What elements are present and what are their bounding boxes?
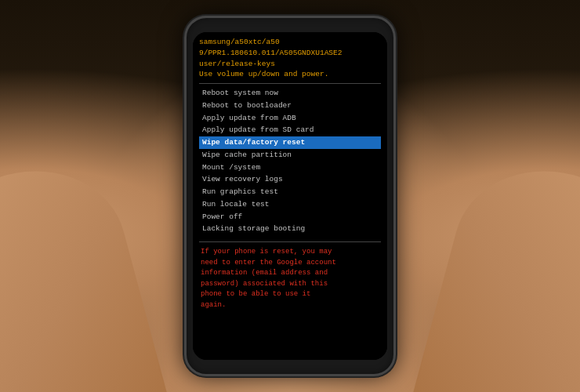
menu-item-2[interactable]: Apply update from ADB — [199, 112, 381, 125]
menu-item-5[interactable]: Wipe cache partition — [199, 149, 381, 162]
menu-item-10[interactable]: Power off — [199, 211, 381, 223]
power-button[interactable] — [394, 96, 396, 128]
menu-item-7[interactable]: View recovery logs — [199, 173, 381, 186]
warning-text: If your phone is reset, you may need to … — [199, 247, 381, 310]
volume-down-button[interactable] — [184, 108, 186, 128]
header-line3: user/release-keys — [199, 59, 381, 70]
recovery-content: samsung/a50xtc/a50 9/PPR1.180610.011/A50… — [193, 32, 387, 360]
menu-list: Reboot system nowReboot to bootloaderApp… — [199, 87, 381, 235]
phone-screen: samsung/a50xtc/a50 9/PPR1.180610.011/A50… — [193, 32, 387, 360]
warning-line3: information (email address and — [201, 269, 328, 277]
phone: samsung/a50xtc/a50 9/PPR1.180610.011/A50… — [184, 16, 396, 376]
header-line2: 9/PPR1.180610.011/A505GNDXU1ASE2 — [199, 48, 381, 59]
menu-item-9[interactable]: Run locale test — [199, 198, 381, 211]
menu-item-3[interactable]: Apply update from SD card — [199, 124, 381, 136]
menu-item-11[interactable]: Lacking storage booting — [199, 223, 381, 235]
warning-line1: If your phone is reset, you may — [201, 248, 332, 256]
warning-line5: phone to be able to use it — [201, 290, 310, 298]
header-info: samsung/a50xtc/a50 9/PPR1.180610.011/A50… — [199, 37, 381, 80]
header-line4: Use volume up/down and power. — [199, 69, 381, 80]
volume-up-button[interactable] — [184, 81, 186, 100]
menu-item-8[interactable]: Run graphics test — [199, 186, 381, 198]
warning-line4: password) associated with this — [201, 280, 328, 288]
menu-item-0[interactable]: Reboot system now — [199, 87, 381, 100]
warning-line2: need to enter the Google account — [201, 259, 336, 267]
divider-top — [199, 83, 381, 84]
warning-line6: again. — [201, 301, 226, 309]
menu-item-1[interactable]: Reboot to bootloader — [199, 100, 381, 112]
scene: samsung/a50xtc/a50 9/PPR1.180610.011/A50… — [0, 0, 580, 392]
header-line1: samsung/a50xtc/a50 — [199, 37, 381, 48]
menu-item-4[interactable]: Wipe data/factory reset — [199, 136, 381, 149]
menu-item-6[interactable]: Mount /system — [199, 162, 381, 174]
warning-box: If your phone is reset, you may need to … — [199, 241, 381, 310]
